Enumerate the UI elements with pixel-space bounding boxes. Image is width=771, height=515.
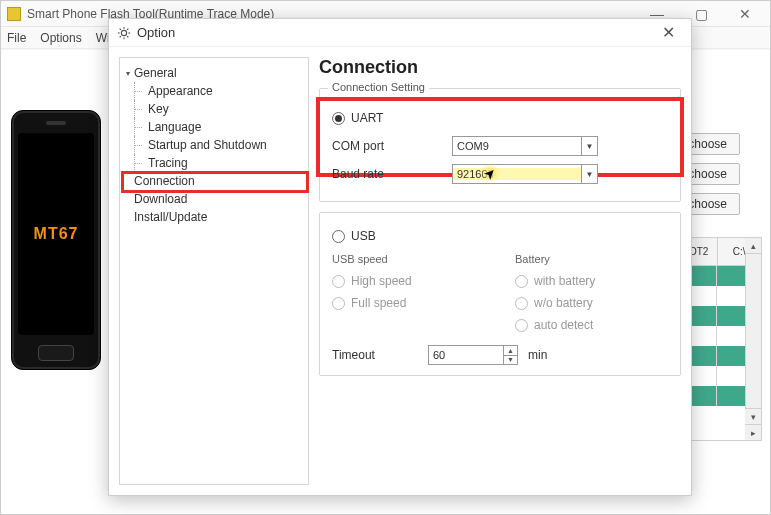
dialog-titlebar: Option ✕ <box>109 19 691 47</box>
scroll-right-icon[interactable]: ▸ <box>745 424 761 440</box>
tree-item-startup-shutdown[interactable]: Startup and Shutdown <box>120 136 308 154</box>
uart-radio-row[interactable]: UART <box>332 107 668 129</box>
com-port-label: COM port <box>332 139 452 153</box>
com-port-value: COM9 <box>453 140 581 152</box>
tree-item-download[interactable]: Download <box>120 190 308 208</box>
usb-speed-opt-full[interactable]: Full speed <box>332 293 485 313</box>
radio-high-speed[interactable] <box>332 275 345 288</box>
baud-rate-label: Baud rate <box>332 167 452 181</box>
tree-item-connection[interactable]: Connection <box>120 172 308 190</box>
usb-radio-row[interactable]: USB <box>332 225 668 247</box>
spin-down-icon[interactable]: ▼ <box>503 356 517 365</box>
radio-without-battery[interactable] <box>515 297 528 310</box>
choose-label: choose <box>688 197 727 211</box>
phone-mock: MT67 <box>11 110 101 370</box>
close-button[interactable]: ✕ <box>726 4 764 24</box>
battery-column: Battery with battery w/o battery auto de… <box>515 253 668 337</box>
battery-opt-without[interactable]: w/o battery <box>515 293 668 313</box>
timeout-unit: min <box>528 348 547 362</box>
battery-opt-with[interactable]: with battery <box>515 271 668 291</box>
timeout-value: 60 <box>429 349 503 361</box>
radio-usb[interactable] <box>332 230 345 243</box>
svg-line-5 <box>120 28 121 29</box>
gear-icon <box>117 26 131 40</box>
group-legend: Connection Setting <box>328 81 429 93</box>
connection-setting-group: Connection Setting UART COM port COM9 ▼ … <box>319 88 681 202</box>
svg-point-0 <box>121 30 126 35</box>
timeout-row: Timeout 60 ▲▼ min <box>332 345 668 365</box>
choose-label: choose <box>688 167 727 181</box>
timeout-spinbox[interactable]: 60 ▲▼ <box>428 345 518 365</box>
menu-file[interactable]: File <box>7 31 26 45</box>
usb-group: USB USB speed High speed Full speed <box>319 212 681 376</box>
svg-line-8 <box>127 28 128 29</box>
chevron-down-icon[interactable]: ▼ <box>581 137 597 155</box>
tree-root-general[interactable]: General <box>120 64 308 82</box>
radio-usb-label: USB <box>351 229 376 243</box>
tree-panel: General Appearance Key Language Startup … <box>119 57 309 485</box>
battery-legend: Battery <box>515 253 668 265</box>
battery-opt-auto[interactable]: auto detect <box>515 315 668 335</box>
usb-speed-column: USB speed High speed Full speed <box>332 253 485 337</box>
svg-line-7 <box>120 36 121 37</box>
usb-speed-legend: USB speed <box>332 253 485 265</box>
tree-item-key[interactable]: Key <box>120 100 308 118</box>
dialog-title: Option <box>137 25 653 40</box>
chevron-down-icon[interactable]: ▼ <box>581 165 597 183</box>
com-port-select[interactable]: COM9 ▼ <box>452 136 598 156</box>
dialog-close-button[interactable]: ✕ <box>653 22 683 44</box>
usb-speed-opt-high[interactable]: High speed <box>332 271 485 291</box>
option-dialog: Option ✕ General Appearance Key Language… <box>108 18 692 496</box>
tree-item-appearance[interactable]: Appearance <box>120 82 308 100</box>
page-heading: Connection <box>319 57 681 78</box>
radio-auto-detect[interactable] <box>515 319 528 332</box>
radio-uart-label: UART <box>351 111 383 125</box>
tree-item-install-update[interactable]: Install/Update <box>120 208 308 226</box>
phone-logo: MT67 <box>34 225 79 243</box>
app-icon <box>7 7 21 21</box>
content-panel: Connection Connection Setting UART COM p… <box>319 57 681 485</box>
choose-label: choose <box>688 137 727 151</box>
menu-options[interactable]: Options <box>40 31 81 45</box>
scroll-up-icon[interactable]: ▴ <box>745 238 761 254</box>
baud-rate-select[interactable]: 921600 ▼ <box>452 164 598 184</box>
scroll-down-icon[interactable]: ▾ <box>745 408 761 424</box>
baud-rate-value: 921600 <box>453 168 581 180</box>
radio-with-battery[interactable] <box>515 275 528 288</box>
svg-line-6 <box>127 36 128 37</box>
timeout-label: Timeout <box>332 348 418 362</box>
spin-up-icon[interactable]: ▲ <box>503 346 517 356</box>
phone-home-button <box>38 345 74 361</box>
radio-uart[interactable] <box>332 112 345 125</box>
tree-item-tracing[interactable]: Tracing <box>120 154 308 172</box>
radio-full-speed[interactable] <box>332 297 345 310</box>
tree-item-language[interactable]: Language <box>120 118 308 136</box>
